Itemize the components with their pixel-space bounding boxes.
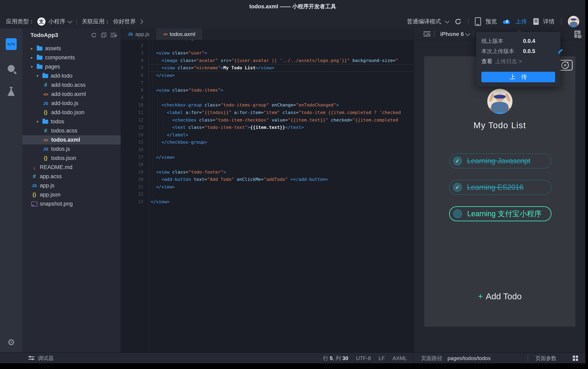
code-line-9[interactable]: 9 (121, 94, 414, 102)
code-line-1[interactable]: 1<view class="page-todos"> (121, 40, 414, 42)
tree-item-label: README.md (40, 164, 72, 171)
test-flask-icon[interactable] (7, 87, 15, 96)
tree-item-app.js[interactable]: JSapp.js (22, 181, 121, 190)
tree-item-app.acss[interactable]: #app.acss (22, 172, 121, 181)
tree-item-README.md[interactable]: ↓README.md (22, 163, 121, 172)
code-line-10[interactable]: 10 <checkbox-group class="todo-items-gro… (121, 101, 414, 109)
tree-item-todos.json[interactable]: {}todos.json (22, 154, 121, 163)
chevron-collapsed-icon[interactable]: ▸ (31, 55, 36, 60)
tree-item-add-todo.acss[interactable]: #add-todo.acss (22, 81, 121, 90)
tab-todos.axml[interactable]: <>todos.axml (156, 29, 202, 40)
code-line-21[interactable]: 21 </view> (121, 183, 414, 191)
chevron-down-icon[interactable] (68, 19, 72, 23)
preview-button[interactable]: 预览 (485, 18, 497, 25)
code-line-4[interactable]: 4 <image class="avatar" src="{{user.avat… (121, 57, 414, 64)
code-line-22[interactable]: 22 (121, 191, 414, 198)
code-line-3[interactable]: 3 <view class="user"> (121, 49, 414, 57)
tree-item-add-todo.axml[interactable]: <>add-todo.axml (22, 90, 121, 99)
checkbox-checked-icon[interactable]: ✓ (453, 183, 462, 192)
debugger-toggle[interactable]: 调试器 (38, 355, 54, 362)
app-type-value[interactable]: 小程序 (48, 18, 65, 25)
language-indicator[interactable]: AXML (392, 355, 407, 361)
details-button[interactable]: 详情 (543, 18, 555, 25)
tab-app.js[interactable]: JSapp.js (121, 29, 156, 40)
cursor-position[interactable]: 行 5, 列 30 (323, 355, 348, 362)
todo-item[interactable]: ✓Learning ES2016 (449, 180, 551, 195)
code-line-12[interactable]: 12 <checkbox class="todo-item-checkbox" … (121, 116, 414, 124)
code-editor[interactable]: 1<view class="page-todos">23 <view class… (121, 40, 414, 352)
tree-item-todos.acss[interactable]: #todos.acss (22, 126, 121, 135)
edit-pencil-icon[interactable] (558, 49, 563, 53)
linked-app-value[interactable]: 你好世界 (113, 18, 136, 25)
compile-mode-select[interactable]: 普通编译模式 (407, 18, 441, 25)
upload-log-link[interactable]: 上传日志 > (495, 58, 522, 65)
tree-item-add-todo.json[interactable]: {}add-todo.json (22, 108, 121, 117)
code-line-15[interactable]: 15 </checkbox-group> (121, 139, 414, 146)
upload-button[interactable]: 上传 (516, 18, 527, 25)
tree-item-app.json[interactable]: {}app.json (22, 190, 121, 199)
chevron-down-icon[interactable] (445, 19, 450, 23)
checkbox-checked-icon[interactable]: ✓ (453, 156, 462, 166)
user-avatar[interactable] (568, 16, 579, 27)
code-line-2[interactable]: 2 (121, 42, 414, 50)
code-line-14[interactable]: 14 </label> (121, 131, 414, 139)
code-line-20[interactable]: 20 <add-button text="Add Todo" onClickMe… (121, 176, 414, 183)
code-line-7[interactable]: 7 (121, 79, 414, 87)
debugger-sliders-icon[interactable] (29, 356, 35, 361)
plus-icon: + (478, 292, 483, 301)
code-line-5[interactable]: 5 <view class="nickname">My Todo List</v… (121, 64, 414, 72)
tree-item-add-todo.js[interactable]: JSadd-todo.js (22, 99, 121, 108)
preview-icon[interactable] (475, 17, 481, 26)
tree-item-snapshot.png[interactable]: snapshot.png (22, 199, 121, 208)
chevron-down-icon[interactable] (465, 31, 470, 36)
add-todo-button[interactable]: +Add Todo (424, 292, 575, 301)
new-window-icon[interactable] (101, 32, 106, 38)
tree-item-todos[interactable]: ▾todos (22, 117, 121, 126)
details-icon[interactable] (533, 18, 539, 25)
chevron-expanded-icon[interactable]: ▾ (37, 119, 42, 124)
tree-item-assets[interactable]: ▸assets (22, 44, 121, 53)
eol-indicator[interactable]: LF (379, 355, 385, 361)
checkbox-unchecked-icon[interactable] (453, 209, 462, 218)
todo-item[interactable]: ✓Learning Javascript (449, 154, 551, 168)
chevron-expanded-icon[interactable]: ▾ (31, 64, 36, 69)
code-line-23[interactable]: 23</view> (121, 198, 414, 206)
outline-toggle-icon[interactable] (423, 31, 431, 37)
page-params-button[interactable]: 页面参数 (535, 355, 557, 362)
settings-gear-icon[interactable]: ⚙ (7, 338, 15, 347)
encoding-indicator[interactable]: UTF-8 (356, 355, 371, 361)
chevron-collapsed-icon[interactable]: ▸ (31, 46, 36, 51)
line-content: <view class="todo-items"> (148, 87, 414, 94)
code-line-16[interactable]: 16 (121, 146, 414, 154)
refresh-button[interactable] (455, 18, 461, 25)
collapse-all-icon[interactable] (110, 32, 116, 38)
device-select[interactable]: iPhone 6 (440, 31, 464, 37)
upload-confirm-button[interactable]: 上 传 (481, 72, 555, 82)
code-line-18[interactable]: 18 (121, 161, 414, 168)
tree-item-add-todo[interactable]: ▾add-todo (22, 71, 121, 81)
code-line-17[interactable]: 17 </view> (121, 154, 414, 161)
refresh-tree-icon[interactable] (91, 32, 97, 38)
line-number: 12 (121, 116, 148, 124)
tree-item-label: add-todo.axml (51, 91, 86, 97)
code-line-13[interactable]: 13 <text class="todo-item-text">{{item.t… (121, 124, 414, 131)
line-number: 22 (121, 191, 148, 198)
tree-item-todos.axml[interactable]: <>todos.axml (22, 135, 121, 144)
tree-item-components[interactable]: ▸components (22, 53, 121, 62)
code-line-8[interactable]: 8 <view class="todo-items"> (121, 87, 414, 94)
upload-cloud-icon[interactable] (503, 19, 511, 25)
tree-item-pages[interactable]: ▾pages (22, 62, 121, 71)
todo-item[interactable]: Learning 支付宝小程序 (449, 206, 551, 221)
code-line-11[interactable]: 11 <label a:for="{{todos}}" a:for-item="… (121, 109, 414, 116)
close-icon[interactable]: × (561, 62, 569, 69)
tree-item-todos.js[interactable]: JStodos.js (22, 144, 121, 154)
search-icon[interactable] (8, 65, 15, 72)
page-path-value[interactable]: pages/todos/todos (448, 355, 491, 361)
code-line-19[interactable]: 19 <view class="todo-footer"> (121, 168, 414, 176)
code-explorer-icon[interactable]: </> (6, 38, 17, 50)
upload-history-icon[interactable] (574, 31, 580, 38)
panel-grid-icon[interactable] (573, 356, 578, 361)
code-line-6[interactable]: 6 </view> (121, 72, 414, 79)
chevron-expanded-icon[interactable]: ▾ (37, 73, 42, 78)
chevron-right-icon[interactable] (138, 19, 143, 24)
